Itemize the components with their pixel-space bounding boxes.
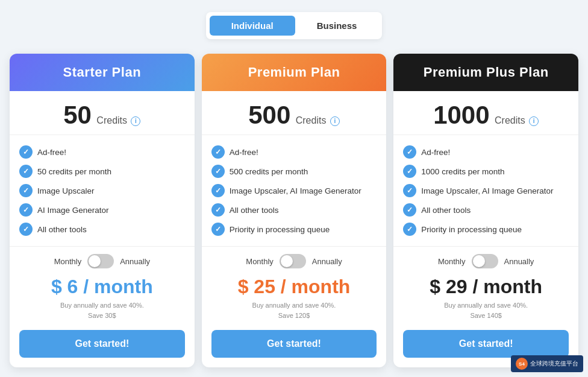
check-icon	[403, 203, 416, 217]
starter-price: $ 6 / month	[19, 276, 185, 298]
check-icon	[19, 203, 33, 217]
check-icon	[211, 203, 225, 217]
check-icon	[403, 184, 416, 197]
starter-plan-title: Starter Plan	[19, 65, 185, 80]
list-item: All other tools	[211, 200, 377, 220]
premium-plus-cta-button[interactable]: Get started!	[403, 330, 569, 358]
individual-toggle-button[interactable]: Individual	[210, 16, 295, 36]
premium-price-section: $ 25 / month	[202, 273, 387, 300]
premium-plus-price-note-line1: Buy annually and save 40%.	[444, 302, 528, 309]
premium-info-icon[interactable]: i	[330, 116, 340, 126]
premium-plus-plan-header: Premium Plus Plan	[393, 54, 578, 91]
feature-text: Ad-free!	[421, 148, 450, 157]
plan-type-toggle: Individual Business	[206, 12, 383, 39]
check-icon	[19, 145, 33, 159]
feature-text: Priority in processing queue	[230, 225, 330, 234]
premium-credits-amount: 500	[248, 101, 290, 129]
premium-plus-credits-amount: 1000	[433, 101, 489, 129]
starter-info-icon[interactable]: i	[131, 116, 140, 126]
page-wrapper: Individual Business Starter Plan 50 Cred…	[0, 0, 588, 377]
list-item: All other tools	[403, 200, 569, 220]
starter-credits-amount: 50	[63, 101, 92, 129]
check-icon	[211, 184, 225, 197]
check-icon	[19, 165, 33, 178]
plans-container: Starter Plan 50 Credits i Ad-free! 50 cr…	[6, 54, 582, 367]
starter-billing-toggle[interactable]	[87, 254, 114, 268]
starter-plan-header: Starter Plan	[10, 54, 195, 91]
premium-plus-billing-monthly-label: Monthly	[438, 257, 466, 266]
business-toggle-button[interactable]: Business	[295, 16, 379, 36]
list-item: All other tools	[19, 220, 185, 239]
feature-text: 1000 credits per month	[421, 167, 504, 176]
premium-plus-billing-section: Monthly Annually	[393, 246, 578, 273]
check-icon	[403, 145, 416, 159]
premium-price-note-line1: Buy annually and save 40%.	[252, 302, 336, 309]
starter-price-note-line2: Save 30$	[88, 312, 116, 319]
list-item: Image Upscaler, AI Image Generator	[211, 181, 377, 200]
premium-billing-annually-label: Annually	[312, 257, 342, 266]
starter-plan-card: Starter Plan 50 Credits i Ad-free! 50 cr…	[10, 54, 195, 367]
premium-plus-billing-annually-label: Annually	[504, 257, 534, 266]
feature-text: All other tools	[421, 206, 471, 215]
check-icon	[19, 223, 33, 236]
premium-plus-credits-section: 1000 Credits i	[393, 91, 578, 135]
watermark-text: 全球跨境充值平台	[530, 360, 578, 368]
premium-plus-credits-label: Credits	[495, 115, 525, 125]
premium-credits-label: Credits	[296, 115, 327, 125]
check-icon	[403, 223, 416, 236]
premium-features-list: Ad-free! 500 credits per month Image Ups…	[202, 135, 387, 246]
premium-plan-header: Premium Plan	[202, 54, 387, 91]
feature-text: AI Image Generator	[37, 206, 109, 215]
premium-price: $ 25 / month	[211, 276, 377, 298]
premium-plus-info-icon[interactable]: i	[529, 116, 539, 126]
premium-plus-price-section: $ 29 / month	[393, 273, 578, 300]
check-icon	[211, 165, 225, 178]
premium-plan-card: Premium Plan 500 Credits i Ad-free! 500 …	[202, 54, 387, 367]
feature-text: 50 credits per month	[37, 167, 111, 176]
premium-price-note: Buy annually and save 40%. Save 120$	[202, 300, 387, 325]
feature-text: Image Upscaler, AI Image Generator	[421, 186, 553, 195]
feature-text: Image Upscaler, AI Image Generator	[230, 186, 361, 195]
check-icon	[19, 184, 33, 197]
premium-cta-button[interactable]: Get started!	[211, 330, 377, 358]
feature-text: Priority in processing queue	[421, 225, 522, 234]
starter-credits-label: Credits	[96, 115, 127, 125]
premium-billing-toggle[interactable]	[280, 254, 306, 268]
list-item: 1000 credits per month	[403, 162, 569, 181]
starter-cta-button[interactable]: Get started!	[19, 330, 185, 358]
starter-price-section: $ 6 / month	[10, 273, 195, 300]
starter-billing-annually-label: Annually	[120, 257, 150, 266]
premium-plan-title: Premium Plan	[211, 65, 377, 80]
feature-text: All other tools	[37, 225, 87, 234]
feature-text: Ad-free!	[230, 148, 258, 157]
premium-billing-section: Monthly Annually	[202, 246, 387, 273]
list-item: Priority in processing queue	[211, 220, 377, 239]
feature-text: Image Upscaler	[37, 186, 95, 195]
starter-price-note-line1: Buy annually and save 40%.	[60, 302, 144, 309]
feature-text: All other tools	[230, 206, 279, 215]
watermark: S4 全球跨境充值平台	[511, 355, 583, 372]
premium-plus-price-note-line2: Save 140$	[470, 312, 502, 319]
premium-billing-monthly-label: Monthly	[246, 257, 274, 266]
list-item: 50 credits per month	[19, 162, 185, 181]
starter-billing-section: Monthly Annually	[10, 246, 195, 273]
premium-plus-features-list: Ad-free! 1000 credits per month Image Up…	[393, 135, 578, 246]
list-item: Ad-free!	[211, 142, 377, 162]
list-item: Ad-free!	[19, 142, 185, 162]
feature-text: 500 credits per month	[230, 167, 308, 176]
premium-plus-plan-card: Premium Plus Plan 1000 Credits i Ad-free…	[393, 54, 578, 367]
starter-credits-section: 50 Credits i	[10, 91, 195, 135]
list-item: Priority in processing queue	[403, 220, 569, 239]
premium-price-note-line2: Save 120$	[278, 312, 310, 319]
list-item: Ad-free!	[403, 142, 569, 162]
list-item: 500 credits per month	[211, 162, 377, 181]
check-icon	[403, 165, 416, 178]
list-item: Image Upscaler	[19, 181, 185, 200]
watermark-logo: S4	[516, 358, 528, 370]
starter-price-note: Buy annually and save 40%. Save 30$	[10, 300, 195, 325]
check-icon	[211, 223, 225, 236]
starter-billing-monthly-label: Monthly	[54, 257, 82, 266]
list-item: AI Image Generator	[19, 200, 185, 220]
premium-plus-billing-toggle[interactable]	[472, 254, 498, 268]
premium-credits-section: 500 Credits i	[202, 91, 387, 135]
